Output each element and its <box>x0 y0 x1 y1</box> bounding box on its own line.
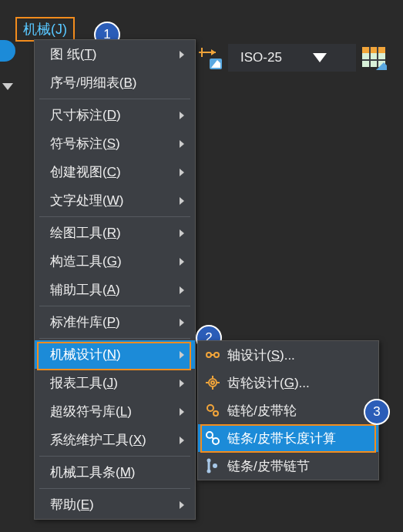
menu-item-label: 超级符号库(L) <box>50 403 175 420</box>
submenu-arrow-icon <box>180 229 184 237</box>
menu-item-label: 图 纸(T) <box>50 45 175 63</box>
menu-item-5[interactable]: 文字处理(W) <box>35 186 195 215</box>
submenu-item-label: 齿轮设计(G)... <box>227 374 310 392</box>
svg-point-11 <box>207 353 211 357</box>
menu-item-11[interactable]: 报表工具(J) <box>35 369 195 397</box>
submenu-arrow-icon <box>180 140 184 148</box>
left-tab-edge <box>0 40 15 94</box>
annotation-badge-3: 3 <box>364 399 390 425</box>
submenu-item-3[interactable]: 链条/皮带长度计算 <box>198 424 378 452</box>
svg-point-20 <box>207 405 213 411</box>
shaft-icon <box>204 346 221 363</box>
svg-point-21 <box>213 411 218 416</box>
submenu-arrow-icon <box>180 286 184 294</box>
active-tab-peek[interactable] <box>0 40 15 62</box>
link-icon <box>204 457 221 474</box>
menu-item-label: 系统维护工具(X) <box>50 431 175 449</box>
svg-point-12 <box>214 353 219 357</box>
menu-item-label: 标准件库(P) <box>50 313 175 331</box>
menu-item-10[interactable]: 机械设计(N) <box>35 340 195 369</box>
submenu-item-0[interactable]: 轴设计(S)... <box>198 341 378 369</box>
svg-point-14 <box>209 379 217 386</box>
svg-point-27 <box>213 463 217 468</box>
menu-item-8[interactable]: 辅助工具(A) <box>35 276 195 304</box>
menu-item-1[interactable]: 序号/明细表(B) <box>35 69 195 97</box>
menu-item-label: 帮助(E) <box>50 496 175 514</box>
submenu-arrow-icon <box>180 197 184 205</box>
menu-item-label: 尺寸标注(D) <box>50 106 175 124</box>
menubar-mechanical[interactable]: 机械(J) <box>15 17 75 42</box>
menu-item-label: 序号/明细表(B) <box>50 74 184 92</box>
menu-item-label: 创建视图(C) <box>50 163 175 181</box>
menu-separator <box>39 488 190 489</box>
svg-point-26 <box>207 470 211 473</box>
dimension-style-icon[interactable] <box>197 45 223 71</box>
menu-separator <box>39 306 190 306</box>
menu-item-12[interactable]: 超级符号库(L) <box>35 397 195 426</box>
chain-icon <box>204 430 221 447</box>
app-canvas: 机械(J) 1 ISO-25 <box>0 0 403 532</box>
menu-separator <box>39 99 190 99</box>
menu-separator <box>39 456 190 457</box>
menu-item-6[interactable]: 绘图工具(R) <box>35 219 195 247</box>
submenu-item-label: 链条/皮带链节 <box>227 457 310 475</box>
menu-item-label: 机械设计(N) <box>50 346 175 363</box>
submenu-item-1[interactable]: 齿轮设计(G)... <box>198 369 378 396</box>
menu-item-4[interactable]: 创建视图(C) <box>35 158 195 186</box>
submenu-arrow-icon <box>180 501 184 509</box>
submenu-arrow-icon <box>180 51 184 59</box>
svg-rect-5 <box>362 47 385 53</box>
table-style-icon[interactable] <box>361 44 388 72</box>
submenu-arrow-icon <box>180 351 184 359</box>
submenu-arrow-icon <box>180 437 184 444</box>
menu-item-label: 文字处理(W) <box>50 192 175 209</box>
submenu-item-2[interactable]: 链轮/皮带轮 <box>198 396 378 424</box>
svg-marker-1 <box>211 49 216 55</box>
mechanical-menu: 图 纸(T)序号/明细表(B)尺寸标注(D)符号标注(S)创建视图(C)文字处理… <box>34 39 196 520</box>
svg-point-22 <box>207 432 213 438</box>
mechanical-design-submenu: 轴设计(S)...齿轮设计(G)...链轮/皮带轮链条/皮带长度计算链条/皮带链… <box>197 340 379 480</box>
menu-item-15[interactable]: 帮助(E) <box>35 490 195 519</box>
menu-item-label: 构造工具(G) <box>50 253 175 270</box>
dropdown-caret-icon[interactable] <box>2 83 13 90</box>
submenu-item-label: 链条/皮带长度计算 <box>227 430 336 447</box>
menu-item-7[interactable]: 构造工具(G) <box>35 247 195 276</box>
menubar-mechanical-label: 机械(J) <box>23 22 67 37</box>
dimstyle-dropdown[interactable]: ISO-25 <box>228 44 356 72</box>
menu-item-label: 符号标注(S) <box>50 135 175 152</box>
submenu-arrow-icon <box>180 319 184 326</box>
menu-item-3[interactable]: 符号标注(S) <box>35 129 195 158</box>
toolbar: ISO-25 <box>197 42 388 73</box>
svg-point-15 <box>211 381 214 384</box>
menu-item-label: 报表工具(J) <box>50 374 175 392</box>
menu-separator <box>39 338 190 339</box>
menu-item-label: 机械工具条(M) <box>50 463 184 481</box>
submenu-arrow-icon <box>180 258 184 266</box>
menu-item-0[interactable]: 图 纸(T) <box>35 40 195 69</box>
menu-item-label: 辅助工具(A) <box>50 281 175 299</box>
submenu-item-label: 链轮/皮带轮 <box>227 402 297 420</box>
menu-item-14[interactable]: 机械工具条(M) <box>35 458 195 487</box>
gear-icon <box>204 374 221 391</box>
submenu-arrow-icon <box>180 169 184 176</box>
sprocket-icon <box>204 402 221 419</box>
submenu-arrow-icon <box>180 408 184 416</box>
menu-item-13[interactable]: 系统维护工具(X) <box>35 426 195 454</box>
svg-point-23 <box>213 438 219 444</box>
menu-item-9[interactable]: 标准件库(P) <box>35 308 195 336</box>
menu-separator <box>39 216 190 217</box>
submenu-arrow-icon <box>180 112 184 119</box>
submenu-item-label: 轴设计(S)... <box>227 346 295 364</box>
svg-line-24 <box>212 437 213 439</box>
chevron-down-icon <box>313 53 327 62</box>
svg-point-25 <box>207 459 211 463</box>
dimstyle-value: ISO-25 <box>240 50 282 65</box>
menu-item-label: 绘图工具(R) <box>50 224 175 242</box>
submenu-arrow-icon <box>180 380 184 387</box>
menu-item-2[interactable]: 尺寸标注(D) <box>35 101 195 129</box>
submenu-item-4[interactable]: 链条/皮带链节 <box>198 452 378 480</box>
